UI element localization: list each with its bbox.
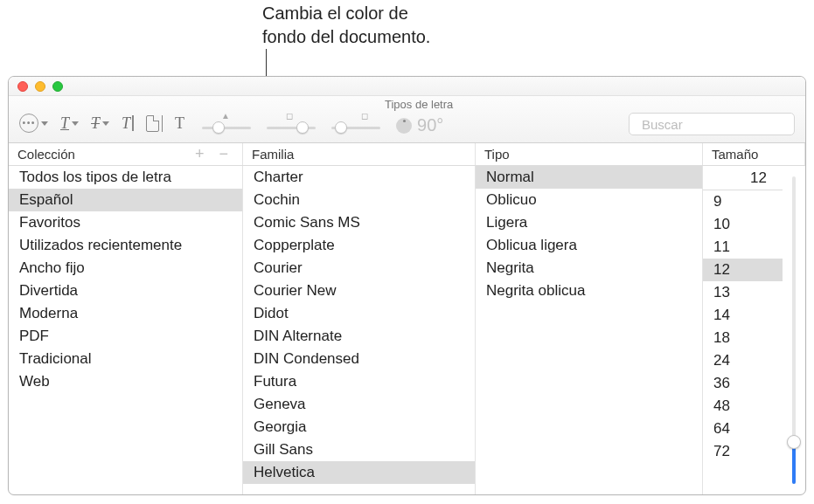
size-input[interactable]: 12 — [703, 166, 783, 190]
list-item[interactable]: Ancho fijo — [9, 257, 242, 280]
list-item[interactable]: Helvetica — [243, 461, 475, 484]
square-icon: ◻ — [286, 111, 293, 121]
square-icon: ◻ — [361, 111, 368, 121]
shadow-blur-slider[interactable]: ◻ — [267, 111, 316, 135]
collections-list[interactable]: Todos los tipos de letraEspañolFavoritos… — [9, 166, 243, 494]
angle-dial-icon — [396, 118, 412, 134]
types-list[interactable]: NormalOblicuoLigeraOblicua ligeraNegrita… — [476, 166, 703, 494]
cursor-bar-icon — [162, 115, 163, 132]
size-header-label: Tamaño — [712, 147, 758, 162]
shadow-opacity-slider[interactable]: ▲ — [202, 111, 251, 135]
callout-line1: Cambia el color de — [262, 3, 408, 23]
family-header[interactable]: Familia — [243, 143, 476, 165]
list-item[interactable]: Normal — [476, 166, 702, 189]
titlebar — [9, 77, 805, 96]
window-close-button[interactable] — [17, 81, 28, 92]
list-item[interactable]: DIN Alternate — [243, 325, 475, 348]
list-item[interactable]: 13 — [703, 281, 783, 304]
list-item[interactable]: Geneva — [243, 393, 475, 416]
list-item[interactable]: Negrita oblicua — [476, 280, 702, 302]
collection-add-remove[interactable]: + − — [195, 145, 233, 163]
strikethrough-menu-button[interactable]: T — [91, 111, 109, 135]
families-list[interactable]: CharterCochinComic Sans MSCopperplateCou… — [243, 166, 476, 494]
list-item[interactable]: 9 — [703, 190, 783, 213]
list-item[interactable]: Moderna — [9, 302, 242, 325]
list-item[interactable]: PDF — [9, 325, 242, 348]
document-background-color-button[interactable] — [146, 111, 163, 135]
list-item[interactable]: DIN Condensed — [243, 348, 475, 370]
list-item[interactable]: Utilizados recientemente — [9, 234, 242, 257]
triangle-up-icon: ▲ — [221, 111, 230, 121]
list-item[interactable]: Español — [9, 189, 242, 211]
actions-menu-button[interactable]: ••• — [19, 111, 48, 135]
window-minimize-button[interactable] — [35, 81, 45, 92]
list-item[interactable]: 11 — [703, 236, 783, 259]
text-shadow-button[interactable]: T — [175, 111, 184, 135]
list-item[interactable]: Didot — [243, 302, 475, 325]
window-zoom-button[interactable] — [52, 81, 63, 92]
strikethrough-icon: T — [91, 114, 100, 133]
list-item[interactable]: 72 — [703, 440, 783, 463]
shadow-icon: T — [175, 114, 184, 133]
list-item[interactable]: 24 — [703, 349, 783, 372]
list-item[interactable]: Favoritos — [9, 211, 242, 234]
list-item[interactable]: 48 — [703, 395, 783, 418]
sizes-list[interactable]: 91011121314182436486472 — [703, 190, 783, 463]
list-item[interactable]: 18 — [703, 327, 783, 349]
list-item[interactable]: Divertida — [9, 280, 242, 302]
shadow-offset-slider[interactable]: ◻ — [331, 111, 380, 135]
fonts-window: Tipos de letra ••• T T T T ▲ ◻ — [8, 76, 806, 495]
shadow-angle-control[interactable]: 90° — [396, 115, 443, 135]
list-item[interactable]: Negrita — [476, 257, 702, 280]
size-slider[interactable] — [783, 166, 805, 494]
shadow-sliders: ▲ ◻ ◻ — [202, 111, 380, 135]
search-input[interactable] — [642, 117, 806, 132]
list-item[interactable]: 10 — [703, 213, 783, 236]
type-header-label: Tipo — [484, 147, 510, 162]
toolbar-section-label: Tipos de letra — [385, 98, 453, 111]
list-item[interactable]: Tradicional — [9, 348, 242, 370]
cursor-bar-icon — [132, 115, 134, 131]
collection-header-label: Colección — [17, 147, 75, 162]
text-color-icon: T — [122, 114, 130, 133]
collection-header[interactable]: Colección + − — [9, 143, 243, 165]
list-item[interactable]: Courier New — [243, 280, 475, 302]
angle-value: 90° — [417, 115, 443, 135]
list-item[interactable]: Comic Sans MS — [243, 211, 475, 234]
size-header[interactable]: Tamaño — [703, 143, 805, 165]
family-header-label: Familia — [252, 147, 294, 162]
list-item[interactable]: 64 — [703, 418, 783, 440]
callout-text: Cambia el color de fondo del documento. — [262, 2, 430, 49]
list-item[interactable]: Oblicua ligera — [476, 234, 702, 257]
type-header[interactable]: Tipo — [476, 143, 703, 165]
list-item[interactable]: Cochin — [243, 189, 475, 211]
list-item[interactable]: Gill Sans — [243, 438, 475, 461]
column-headers: Colección + − Familia Tipo Tamaño — [9, 143, 805, 166]
text-color-button[interactable]: T — [122, 111, 134, 135]
list-item[interactable]: Charter — [243, 166, 475, 189]
list-item[interactable]: Todos los tipos de letra — [9, 166, 242, 189]
underline-icon: T — [60, 114, 69, 133]
page-icon — [146, 115, 159, 132]
list-item[interactable]: Georgia — [243, 416, 475, 438]
sizes-panel: 12 91011121314182436486472 — [703, 166, 783, 494]
callout-line2: fondo del documento. — [262, 27, 430, 46]
list-item[interactable]: Futura — [243, 370, 475, 393]
list-item[interactable]: 12 — [703, 259, 783, 281]
list-item[interactable]: Ligera — [476, 211, 702, 234]
slider-thumb — [787, 435, 801, 449]
list-item[interactable]: 14 — [703, 304, 783, 327]
list-item[interactable]: Web — [9, 370, 242, 393]
toolbar: Tipos de letra ••• T T T T ▲ ◻ — [9, 96, 805, 143]
columns: Todos los tipos de letraEspañolFavoritos… — [9, 166, 805, 494]
underline-menu-button[interactable]: T — [60, 111, 79, 135]
search-field[interactable] — [629, 113, 795, 135]
list-item[interactable]: Oblicuo — [476, 189, 702, 211]
list-item[interactable]: Courier — [243, 257, 475, 280]
list-item[interactable]: 36 — [703, 372, 783, 395]
ellipsis-icon: ••• — [19, 114, 38, 133]
size-column: 12 91011121314182436486472 — [703, 166, 805, 494]
list-item[interactable]: Copperplate — [243, 234, 475, 257]
